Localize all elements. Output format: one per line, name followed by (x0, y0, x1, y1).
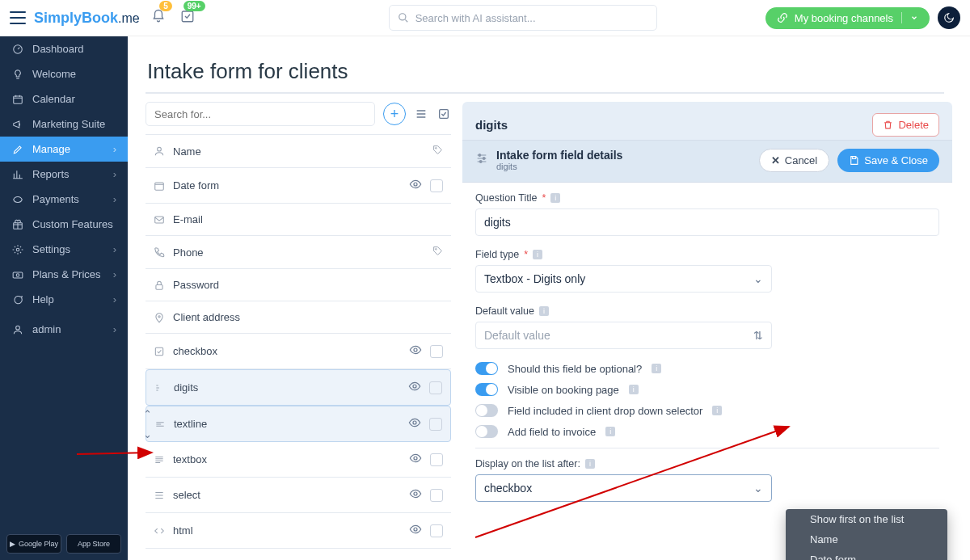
info-icon[interactable]: i (550, 193, 560, 203)
toggle-switch[interactable] (475, 404, 498, 417)
visibility-icon[interactable] (409, 178, 422, 193)
theme-toggle-button[interactable] (938, 6, 960, 29)
field-search-input[interactable] (146, 102, 375, 126)
chevron-down-icon: ⌄ (753, 482, 763, 495)
sidebar-item-plans-&-prices[interactable]: Plans & Prices› (0, 262, 128, 287)
field-row-Phone[interactable]: Phone (146, 236, 451, 269)
chevron-right-icon: › (113, 193, 116, 205)
svg-point-10 (158, 147, 162, 151)
field-row-textbox[interactable]: textbox (146, 442, 451, 478)
sidebar-item-welcome[interactable]: Welcome (0, 61, 128, 86)
app-store-badge[interactable]: App Store (66, 534, 121, 554)
visibility-icon[interactable] (409, 452, 422, 467)
info-icon[interactable]: i (605, 427, 615, 436)
field-row-E-mail[interactable]: E-mail (146, 204, 451, 236)
visibility-icon[interactable] (409, 487, 422, 503)
question-title-input[interactable] (475, 208, 939, 236)
row-checkbox[interactable] (430, 345, 443, 358)
chevron-right-icon: › (113, 143, 116, 155)
visibility-icon[interactable] (409, 523, 422, 538)
select-all-icon[interactable] (436, 107, 451, 121)
sidebar-item-payments[interactable]: Payments› (0, 187, 128, 212)
menu-toggle[interactable] (10, 11, 26, 24)
sidebar-item-custom-features[interactable]: Custom Features (0, 212, 128, 237)
info-icon[interactable]: i (585, 459, 595, 469)
switch-label: Field included in client drop down selec… (508, 405, 702, 417)
sidebar-item-reports[interactable]: Reports› (0, 162, 128, 187)
field-type-select[interactable]: Textbox - Digits only ⌄ (475, 265, 772, 293)
info-icon[interactable]: i (629, 385, 639, 394)
info-icon[interactable]: i (539, 306, 549, 316)
row-checkbox[interactable] (429, 381, 442, 394)
cancel-button[interactable]: ✕ Cancel (759, 149, 829, 172)
google-play-badge[interactable]: ▶ Google Play (6, 534, 61, 554)
sidebar-item-calendar[interactable]: Calendar (0, 86, 128, 112)
field-row-Date-form[interactable]: Date form (146, 168, 451, 204)
sidebar-item-help[interactable]: Help› (0, 287, 128, 312)
textbox-icon (154, 454, 165, 465)
info-icon[interactable]: i (652, 364, 661, 373)
info-icon[interactable]: i (533, 250, 542, 259)
details-subtitle: Intake form field details digits (496, 149, 622, 171)
notification-badge: 5 (159, 1, 172, 11)
dropdown-option[interactable]: Name (786, 529, 947, 549)
ai-search-input[interactable]: Search with AI assistant... (389, 5, 657, 31)
toggle-switch[interactable] (475, 362, 498, 375)
display-after-dropdown[interactable]: Show first on the listNameDate formE-mai… (786, 509, 947, 560)
booking-channels-button[interactable]: My booking channels (765, 7, 930, 29)
row-checkbox[interactable] (430, 524, 443, 537)
toggle-switch[interactable] (475, 383, 498, 396)
switch-row: Visible on booking pagei (475, 383, 939, 396)
toggle-switch[interactable] (475, 425, 498, 438)
sidebar-item-label: Welcome (32, 68, 76, 80)
svg-rect-14 (155, 216, 164, 222)
svg-point-27 (479, 161, 482, 163)
default-value-input[interactable]: Default value ⇅ (475, 322, 772, 349)
ai-search-placeholder: Search with AI assistant... (415, 12, 536, 24)
field-row-Client-address[interactable]: Client address (146, 301, 451, 334)
notifications-button[interactable]: 5 (151, 9, 166, 27)
svg-point-25 (479, 154, 481, 157)
tasks-button[interactable]: 99+ (180, 9, 195, 27)
field-row-label: Password (173, 279, 443, 291)
add-field-button[interactable]: + (383, 103, 406, 125)
default-value-label: Default value i (475, 305, 939, 317)
visibility-icon[interactable] (409, 343, 422, 359)
field-row-Password[interactable]: Password (146, 269, 451, 301)
sidebar-item-dashboard[interactable]: Dashboard (0, 36, 128, 61)
sidebar-item-label: Calendar (32, 93, 75, 105)
sidebar-item-admin[interactable]: admin › (0, 317, 128, 342)
bulb-icon (11, 69, 24, 80)
row-checkbox[interactable] (429, 418, 442, 431)
field-row-html[interactable]: html (146, 513, 451, 549)
sidebar-item-settings[interactable]: Settings› (0, 237, 128, 262)
info-icon[interactable]: i (712, 406, 722, 415)
row-checkbox[interactable] (430, 179, 443, 192)
row-checkbox[interactable] (430, 489, 443, 502)
sidebar-item-label: Reports (32, 168, 70, 180)
svg-point-26 (483, 158, 485, 160)
dropdown-option[interactable]: Date form (786, 549, 947, 560)
field-row-digits[interactable]: digits (146, 369, 451, 406)
logo[interactable]: SimplyBook.me (34, 10, 140, 27)
sidebar-item-marketing-suite[interactable]: Marketing Suite (0, 112, 128, 137)
list-view-icon[interactable] (414, 107, 428, 121)
html-icon (154, 525, 165, 537)
reorder-arrows[interactable]: ⌃⌄ (146, 406, 158, 441)
save-button[interactable]: Save & Close (837, 149, 939, 172)
booking-channels-label: My booking channels (795, 12, 893, 24)
visibility-icon[interactable] (408, 416, 421, 432)
visibility-icon[interactable] (408, 380, 421, 395)
field-row-Name[interactable]: Name (146, 135, 451, 168)
sliders-icon (475, 152, 488, 168)
field-row-textline[interactable]: ⌃⌄textline (146, 406, 451, 442)
sidebar-item-label: Dashboard (32, 43, 84, 55)
field-row-select[interactable]: select (146, 478, 451, 513)
row-checkbox[interactable] (430, 453, 443, 466)
delete-button[interactable]: Delete (872, 113, 939, 137)
field-row-checkbox[interactable]: checkbox (146, 334, 451, 369)
money-icon (11, 269, 24, 280)
dropdown-option[interactable]: Show first on the list (786, 509, 947, 529)
sidebar-item-manage[interactable]: Manage› (0, 137, 128, 162)
display-after-select[interactable]: checkbox ⌄ (475, 474, 772, 502)
